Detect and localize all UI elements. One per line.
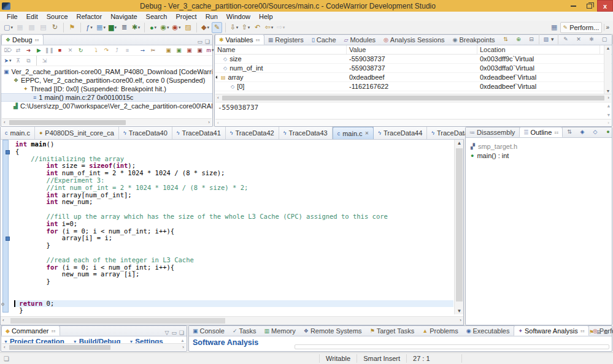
menu-project[interactable]: Project (171, 12, 201, 21)
menu-run[interactable]: Run (201, 12, 222, 21)
column-header-name[interactable]: Name (215, 45, 347, 54)
remove-all-button[interactable]: ✱ (587, 34, 597, 45)
instruction-pointer-icon[interactable] (1, 303, 4, 306)
sort-button[interactable]: ⇅ (564, 126, 574, 137)
editor-hscrollbar[interactable]: ‹ › (1, 316, 463, 325)
tab-executables[interactable]: ◉Executables (463, 325, 514, 336)
column-header-location[interactable]: Location (477, 45, 600, 54)
detail-scroll-up-icon[interactable]: ▲ (607, 104, 610, 108)
detail-hscrollbar[interactable]: ‹› (215, 119, 611, 126)
column-header-value[interactable]: Value (347, 45, 477, 54)
restore-button[interactable] (581, 0, 597, 12)
variables-hscrollbar[interactable]: ‹› (215, 94, 611, 101)
prev-annotation-button[interactable]: ⇧▾ (241, 22, 251, 33)
trace-button[interactable]: ➤▾ (3, 56, 12, 66)
refresh-button[interactable]: ↻ (50, 22, 60, 33)
layout-button[interactable]: ▧▾ (542, 34, 555, 45)
remove-all-terminated-button[interactable]: ⌦ (3, 46, 12, 55)
software-analysis-scrollbar[interactable] (295, 344, 609, 349)
menu-source[interactable]: Source (42, 12, 72, 21)
expand-arrow-icon[interactable] (215, 75, 219, 79)
maximize-view-button[interactable]: ❏ (179, 330, 184, 336)
multicore-terminate-button[interactable]: ▣ (185, 46, 194, 55)
tab-breakpoints[interactable]: ◉Breakpoints (449, 34, 499, 45)
editor-tab-p4080ds_init_core_ca[interactable]: ●P4080DS_init_core_ca (35, 127, 119, 139)
tab-debug[interactable]: ❖ Debug ⚏ (1, 34, 44, 45)
debug-hscrollbar[interactable]: ‹› (2, 118, 212, 126)
collapse-all-button[interactable]: ⊟ (526, 34, 536, 45)
reset-button[interactable]: ⇄ (13, 46, 23, 55)
forward-button[interactable]: ⇨▾ (276, 22, 286, 33)
detail-scroll-down-icon[interactable]: ▼ (607, 113, 610, 118)
commander-menu-button[interactable]: ▽ (164, 330, 169, 336)
outline-item[interactable]: ●main() : int (466, 151, 612, 160)
tab-disassembly[interactable]: ≔Disassembly (466, 127, 519, 137)
tab-analysis-sessions[interactable]: ◎Analysis Sessions (380, 34, 449, 45)
tab-remote-systems[interactable]: ❖Remote Systems (300, 325, 366, 336)
multicore-resume-button[interactable]: ▣ (164, 46, 173, 55)
menu-search[interactable]: Search (142, 12, 172, 21)
add-variable-button[interactable]: ⊕ (513, 34, 523, 45)
variable-row[interactable]: ◇size-5590387370x003dff9c`Virtual (215, 55, 612, 64)
menu-file[interactable]: File (2, 12, 22, 21)
tab-outline[interactable]: ☰Outline⚏ (519, 127, 563, 137)
editor-vscrollbar[interactable]: ▲ ▼ (454, 140, 463, 314)
last-edit-button[interactable]: ↶ (252, 22, 263, 33)
mark-occurrences-button[interactable]: ✎ (212, 22, 222, 33)
variable-detail-pane[interactable]: -559038737 ▲ ▼ (215, 102, 611, 119)
back-button[interactable]: ⇦▾ (264, 22, 274, 33)
debug-tree-item[interactable]: ❖EPPC, Ver_2_cache_partition-core00.elf,… (1, 76, 212, 85)
copy-stack-button[interactable]: ⧉ (24, 56, 33, 66)
multicore-suspend-button[interactable]: ▣ (174, 46, 183, 55)
editor-tab-main-c[interactable]: cmain.c✕ (333, 127, 374, 139)
tab-commander[interactable]: ◆ Commander ⚏ (1, 325, 60, 336)
tab-tasks[interactable]: ✓Tasks (229, 325, 261, 336)
run-history-button[interactable]: ◉▾ (160, 22, 170, 33)
menu-edit[interactable]: Edit (22, 12, 42, 21)
perspective-performance-button[interactable]: ✎ Perform... (560, 22, 603, 33)
connect-button[interactable]: ➜ (24, 46, 33, 55)
minimize-view-button[interactable]: ▭ (171, 330, 177, 336)
menu-help[interactable]: Help (255, 12, 277, 21)
debug-tree-item[interactable]: ≡1 main() main.c:27 0x0010015c (1, 93, 212, 102)
debug-tree-item[interactable]: ▣Ver_2_cache_partition-core00_RAM_P4080_… (1, 67, 212, 76)
drop-to-frame-button[interactable]: ≡ (123, 46, 132, 55)
new-button[interactable]: ▢▾ (3, 22, 13, 33)
new-connection-button[interactable]: ƒ▾ (84, 22, 94, 33)
maximize-view-button[interactable]: ❏ (205, 39, 210, 45)
breakpoint-marker-icon[interactable] (6, 237, 10, 241)
hide-non-public-button[interactable]: ● (603, 126, 613, 137)
print-button[interactable]: ▤ (38, 22, 48, 33)
step-return-button[interactable]: ⤴ (112, 46, 121, 55)
save-button[interactable]: ▦ (15, 22, 25, 33)
tab-memory[interactable]: ▥Memory (261, 325, 300, 336)
collapse-stack-button[interactable]: ⊼ (13, 56, 23, 66)
editor-tab-tracedata43[interactable]: ϟTraceData43 (279, 127, 333, 139)
editor-tab-tracedata41[interactable]: ϟTraceData41 (172, 127, 226, 139)
step-into-button[interactable]: ⤵ (91, 46, 101, 55)
table-view-button[interactable]: ▦▾ (96, 22, 106, 33)
multicore-restart-button[interactable]: ▣ (195, 46, 204, 55)
editor-tab-tracedata44[interactable]: ϟTraceData44 (374, 127, 427, 139)
view-new-button[interactable]: ▢ (600, 34, 610, 45)
breakpoint-marker-icon[interactable] (6, 150, 10, 154)
profile-points-button[interactable]: ≣ (119, 22, 129, 33)
expand-all-button[interactable]: ⊞ (596, 329, 601, 335)
tab-target-tasks[interactable]: ⚑Target Tasks (366, 325, 419, 336)
open-folder-button[interactable]: ▨ (183, 22, 193, 33)
flag-build-button[interactable]: ▆▾ (107, 22, 118, 33)
collapse-all-button[interactable]: ⊟ (603, 329, 608, 335)
variable-row[interactable]: ◇[0]-11621676220xdeadbeef`Virtual (215, 82, 612, 91)
tab-registers[interactable]: ▦Registers (264, 34, 308, 45)
fast-view-icon[interactable]: ❏ (4, 355, 9, 362)
perspective-more-button[interactable]: » (604, 24, 611, 31)
tab-cache[interactable]: ▯Cache (308, 34, 341, 45)
tab-software-analysis[interactable]: ✦Software Analysis⚏ (514, 325, 589, 336)
perspective-grid-icon[interactable]: ▦ (549, 22, 560, 33)
minimize-view-button[interactable]: ▭ (197, 39, 202, 45)
resume-button[interactable]: ▶ (34, 46, 44, 55)
profile-button[interactable]: ◉▾ (171, 22, 182, 33)
hide-static-button[interactable]: ◇ (590, 126, 600, 137)
debug-tree-item[interactable]: ✦Thread [ID: 0x0] (Suspended: Breakpoint… (1, 85, 212, 93)
outline-item[interactable]: ▞smp_target.h (466, 142, 612, 151)
